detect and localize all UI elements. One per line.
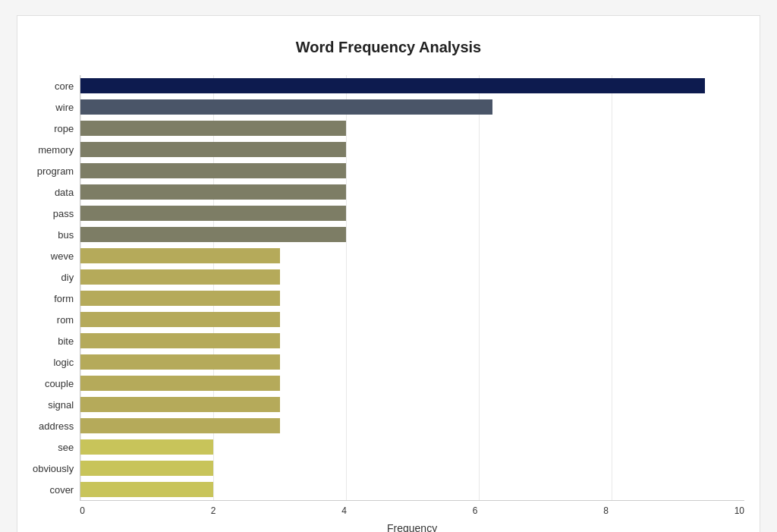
bar-row [80,415,744,436]
bar [80,376,279,391]
bar [80,227,346,242]
y-axis-label: diy [61,266,74,288]
y-axis: corewireropememoryprogramdatapassbusweve… [33,75,74,532]
x-tick: 2 [211,505,216,516]
bar-row [80,96,744,118]
x-tick: 0 [80,505,85,516]
y-axis-label: address [39,415,74,436]
x-tick: 6 [473,505,478,516]
bar-row [80,75,744,96]
y-axis-label: signal [48,394,74,415]
bar-row [80,330,744,351]
y-axis-label: form [54,288,74,309]
y-axis-label: program [37,160,74,181]
y-axis-label: cover [49,479,74,500]
y-axis-label: see [58,436,74,458]
bar [80,439,213,455]
y-axis-label: memory [38,139,74,160]
bar-row [80,203,744,224]
x-axis: 0246810 [80,501,744,516]
y-axis-label: logic [53,351,74,373]
chart-area: corewireropememoryprogramdatapassbusweve… [33,75,744,532]
x-axis-label: Frequency [80,522,744,532]
bar-row [80,139,744,160]
bar [80,248,279,263]
bar [80,99,492,115]
x-tick: 10 [735,505,744,516]
bar-row [80,436,744,458]
bar [80,163,346,178]
bar [80,397,279,412]
bar [80,333,279,348]
y-axis-label: bite [58,330,74,351]
x-tick: 8 [603,505,609,516]
y-axis-label: wire [55,96,74,118]
bar [80,184,346,200]
bars-and-xaxis: 0246810 Frequency [80,75,744,532]
bar [80,482,213,497]
bar-row [80,118,744,139]
bar-row [80,245,744,266]
y-axis-label: weve [51,245,74,266]
bar-row [80,394,744,415]
bar [80,461,213,476]
bar-row [80,181,744,203]
bar-row [80,309,744,330]
bar [80,269,279,285]
y-axis-label: bus [58,224,74,245]
y-axis-label: data [55,181,74,203]
bar-row [80,458,744,479]
bars-area [80,75,744,501]
bar-row [80,479,744,500]
bar-row [80,351,744,373]
bar-row [80,160,744,181]
y-axis-label: rope [54,118,74,139]
y-axis-label: pass [53,203,74,224]
y-axis-label: core [55,75,74,96]
x-tick: 4 [341,505,347,516]
bar [80,78,704,93]
bar [80,418,279,433]
chart-container: Word Frequency Analysis corewireropememo… [17,15,760,532]
bar [80,206,346,221]
y-axis-label: obviously [33,458,74,479]
y-axis-label: rom [57,309,74,330]
bar [80,142,346,157]
bar [80,312,279,327]
y-axis-label: couple [45,373,74,394]
bar [80,121,346,136]
chart-title: Word Frequency Analysis [33,39,744,56]
bar-row [80,266,744,288]
bar-row [80,288,744,309]
bar-row [80,224,744,245]
bar [80,354,279,370]
bar-row [80,373,744,394]
bar [80,291,279,306]
